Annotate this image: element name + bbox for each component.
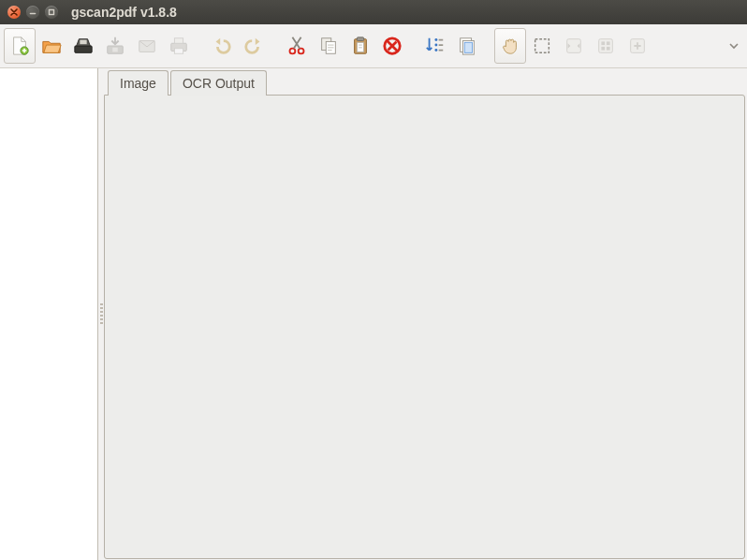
paste-button[interactable] <box>344 28 376 64</box>
svg-rect-27 <box>599 39 613 53</box>
renumber-icon <box>425 36 446 56</box>
select-region-icon <box>532 36 552 56</box>
svg-point-21 <box>434 49 437 52</box>
undo-button[interactable] <box>206 28 238 64</box>
delete-icon <box>382 36 403 56</box>
save-button[interactable] <box>99 28 131 64</box>
svg-rect-3 <box>80 40 86 45</box>
window-title: gscan2pdf v1.8.8 <box>71 5 177 20</box>
redo-button[interactable] <box>238 28 270 64</box>
window-close-button[interactable] <box>7 6 21 19</box>
svg-rect-15 <box>357 37 363 41</box>
zoom-in-button[interactable] <box>622 28 653 64</box>
page-thumbnails-panel[interactable] <box>0 68 98 560</box>
svg-rect-28 <box>601 41 605 45</box>
redo-icon <box>243 36 264 56</box>
content-area: Image OCR Output <box>104 68 747 560</box>
email-icon <box>137 36 157 56</box>
svg-point-19 <box>434 38 437 41</box>
chevron-down-icon <box>729 41 739 51</box>
select-all-icon <box>457 36 477 56</box>
delete-button[interactable] <box>376 28 408 64</box>
copy-icon <box>318 36 339 56</box>
svg-rect-29 <box>607 41 610 45</box>
svg-point-11 <box>299 49 304 54</box>
window-minimize-button[interactable] <box>26 6 39 19</box>
paste-icon <box>350 36 371 56</box>
window-titlebar: gscan2pdf v1.8.8 <box>0 0 747 24</box>
tab-label: Image <box>120 76 156 91</box>
svg-rect-31 <box>607 47 610 51</box>
hand-tool-button[interactable] <box>494 28 526 64</box>
cut-button[interactable] <box>281 28 313 64</box>
toolbar-separator <box>408 24 419 67</box>
email-button[interactable] <box>131 28 163 64</box>
image-canvas[interactable] <box>104 95 745 559</box>
undo-icon <box>212 36 232 56</box>
svg-rect-8 <box>174 38 183 44</box>
svg-rect-25 <box>535 39 549 53</box>
svg-rect-30 <box>601 47 605 51</box>
zoom-fit-button[interactable] <box>558 28 590 64</box>
cut-icon <box>286 36 307 56</box>
open-button[interactable] <box>36 28 67 64</box>
window-buttons <box>7 6 58 19</box>
save-icon <box>105 36 125 56</box>
toolbar-separator <box>195 24 206 67</box>
window-maximize-button[interactable] <box>45 6 58 19</box>
svg-point-20 <box>434 44 437 47</box>
tab-ocr-output[interactable]: OCR Output <box>170 70 267 96</box>
toolbar-separator <box>483 24 494 67</box>
scan-button[interactable] <box>67 28 99 64</box>
zoom-fit-icon <box>564 36 584 56</box>
zoom-100-button[interactable] <box>590 28 622 64</box>
svg-rect-0 <box>50 10 54 15</box>
svg-rect-9 <box>174 49 183 54</box>
toolbar-separator <box>270 24 281 67</box>
tab-image[interactable]: Image <box>108 70 168 96</box>
renumber-button[interactable] <box>419 28 451 64</box>
svg-rect-5 <box>112 48 118 52</box>
zoom-100-icon <box>595 36 616 56</box>
main-area: Image OCR Output <box>0 68 747 560</box>
svg-rect-24 <box>464 42 472 52</box>
main-toolbar <box>0 24 747 68</box>
new-document-button[interactable] <box>4 28 36 64</box>
open-icon <box>41 36 62 56</box>
svg-rect-2 <box>75 46 92 52</box>
new-doc-icon <box>9 36 30 56</box>
scan-icon <box>73 36 94 56</box>
copy-button[interactable] <box>313 28 344 64</box>
svg-point-10 <box>289 49 295 54</box>
print-icon <box>168 36 189 56</box>
select-region-button[interactable] <box>526 28 558 64</box>
zoom-in-icon <box>627 36 648 56</box>
tab-label: OCR Output <box>183 76 255 91</box>
hand-tool-icon <box>500 36 520 56</box>
select-all-button[interactable] <box>451 28 483 64</box>
print-button[interactable] <box>163 28 195 64</box>
toolbar-overflow-button[interactable] <box>725 41 743 51</box>
view-tabs: Image OCR Output <box>104 68 747 95</box>
